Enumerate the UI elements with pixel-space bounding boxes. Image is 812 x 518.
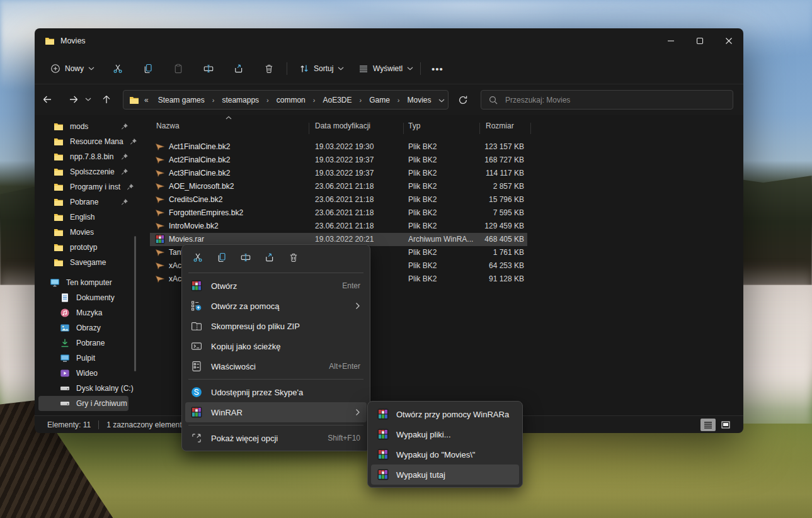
breadcrumb-segment[interactable]: steamapps [217, 93, 263, 108]
sidebar-scrollbar[interactable] [134, 236, 136, 371]
sidebar-item-savegame[interactable]: Savegame [35, 255, 145, 270]
breadcrumb-segment[interactable]: common [272, 93, 310, 108]
cut-icon [113, 64, 123, 74]
search-input[interactable] [504, 95, 726, 105]
submenu-item-open-with-winrar[interactable]: Otwórz przy pomocy WinRARa [371, 404, 519, 424]
music-icon [60, 308, 70, 318]
sort-button[interactable]: Sortuj [294, 60, 349, 77]
breadcrumb-segment[interactable]: Movies [403, 93, 436, 108]
sidebar-item-wideo[interactable]: Wideo [35, 366, 145, 381]
table-row[interactable]: Act2FinalCine.bk2 19.03.2022 19:37 Plik … [145, 154, 743, 167]
file-name: Act1FinalCine.bk2 [169, 142, 230, 151]
sidebar-item-this-pc[interactable]: Ten komputer [35, 275, 145, 290]
sidebar-item-gry-i-archiwum[interactable]: Gry i Archiwum (D [38, 396, 129, 411]
new-button[interactable]: Nowy [45, 60, 100, 77]
column-header-name[interactable]: Nazwa [156, 121, 180, 130]
breadcrumb-segment[interactable]: Steam games [154, 93, 209, 108]
sidebar-item-prototyp[interactable]: prototyp [35, 240, 145, 255]
more-options-button[interactable]: ••• [426, 60, 449, 77]
breadcrumb-segment[interactable]: AoE3DE [318, 93, 356, 108]
main-content: mods Resource Mana npp.7.8.8.bin Spolszc… [35, 115, 743, 415]
submenu-item-label: Wypakuj do "Movies\" [396, 450, 475, 459]
copy-icon [217, 252, 227, 262]
forward-arrow-icon [69, 94, 79, 104]
sidebar-item-pobrane-pinned[interactable]: Pobrane [35, 194, 145, 210]
sidebar-item-muzyka[interactable]: Muzyka [35, 305, 145, 320]
column-divider[interactable] [530, 123, 531, 134]
table-row[interactable]: Act3FinalCine.bk2 19.03.2022 19:37 Plik … [145, 167, 743, 180]
refresh-button[interactable] [452, 90, 474, 110]
back-button[interactable] [37, 89, 57, 110]
sidebar-item-mods[interactable]: mods [35, 119, 145, 134]
breadcrumb-segment[interactable]: Game [365, 93, 394, 108]
submenu-item-extract-to-movies[interactable]: Wypakuj do "Movies\" [371, 444, 519, 465]
up-button[interactable] [96, 89, 117, 110]
file-date: 19.03.2022 19:30 [315, 142, 374, 151]
address-bar[interactable]: « Steam games › steamapps › common › AoE… [123, 90, 449, 110]
submenu-item-extract-here[interactable]: Wypakuj tutaj [371, 465, 519, 485]
delete-button[interactable] [258, 60, 280, 77]
breadcrumb-overflow[interactable]: « [142, 96, 151, 104]
close-button[interactable] [714, 28, 743, 53]
menu-item-open-with[interactable]: Otwórz za pomocą [185, 296, 367, 316]
sidebar-item-obrazy[interactable]: Obrazy [35, 320, 145, 335]
paste-button[interactable] [167, 60, 190, 77]
table-row[interactable]: CreditsCine.bk2 23.06.2021 21:18 Plik BK… [145, 193, 743, 206]
window-tab[interactable]: Movies [45, 28, 86, 53]
table-row[interactable]: Act1FinalCine.bk2 19.03.2022 19:30 Plik … [145, 140, 743, 154]
sidebar-item-dysk-c[interactable]: Dysk lokalny (C:) [35, 381, 145, 396]
recent-locations-button[interactable] [80, 89, 96, 110]
sidebar-item-spolszczenie[interactable]: Spolszczenie [35, 164, 145, 179]
delete-button[interactable] [282, 248, 306, 267]
rename-button[interactable] [234, 248, 258, 267]
view-button[interactable]: Wyświetl [353, 60, 418, 77]
table-row[interactable]: AOE_Microsoft.bk2 23.06.2021 21:18 Plik … [145, 180, 743, 193]
sidebar-item-resource-mana[interactable]: Resource Mana [35, 134, 145, 149]
details-view-button[interactable] [700, 419, 716, 431]
maximize-button[interactable] [685, 28, 714, 53]
menu-item-share-skype[interactable]: Udostępnij przez Skype'a [185, 382, 367, 402]
search-box [481, 90, 733, 110]
sidebar-item-dokumenty[interactable]: Dokumenty [35, 290, 145, 305]
sidebar-item-programy[interactable]: Programy i inst [35, 179, 145, 194]
minimize-button[interactable] [656, 28, 685, 53]
menu-item-properties[interactable]: Właściwości Alt+Enter [185, 356, 367, 376]
address-dropdown-button[interactable] [438, 96, 445, 104]
file-size: 2 857 KB [441, 182, 524, 191]
column-divider[interactable] [479, 123, 480, 134]
chevron-down-icon [438, 99, 445, 103]
cut-button[interactable] [186, 248, 210, 267]
menu-item-open[interactable]: Otwórz Enter [185, 276, 367, 296]
file-explorer-window: Movies Nowy Sortuj Wyświetl [35, 28, 743, 433]
sidebar-item-pobrane[interactable]: Pobrane [35, 335, 145, 351]
column-header-size[interactable]: Rozmiar [486, 121, 514, 130]
sidebar-item-movies[interactable]: Movies [35, 225, 145, 240]
share-button[interactable] [258, 248, 282, 267]
cut-button[interactable] [106, 60, 129, 77]
column-header-type[interactable]: Typ [408, 121, 420, 130]
menu-item-compress-zip[interactable]: Skompresuj do pliku ZIP [185, 316, 367, 336]
submenu-item-extract-files[interactable]: Wypakuj pliki... [371, 424, 519, 444]
rename-icon [241, 252, 251, 262]
column-divider[interactable] [309, 123, 309, 134]
large-icons-view-button[interactable] [718, 419, 733, 431]
rename-button[interactable] [197, 60, 220, 77]
menu-item-winrar[interactable]: WinRAR [185, 402, 367, 422]
sidebar-item-english[interactable]: English [35, 210, 145, 225]
share-button[interactable] [227, 60, 250, 77]
table-row[interactable]: ForgottenEmpires.bk2 23.06.2021 21:18 Pl… [145, 206, 743, 220]
menu-item-label: Właściwości [211, 362, 320, 371]
copy-button[interactable] [210, 248, 234, 267]
refresh-icon [458, 95, 468, 105]
sidebar-item-label: Savegame [70, 258, 106, 267]
sidebar-item-npp[interactable]: npp.7.8.8.bin [35, 149, 145, 164]
table-row[interactable]: IntroMovie.bk2 23.06.2021 21:18 Plik BK2… [145, 220, 743, 233]
sidebar-item-pulpit[interactable]: Pulpit [35, 351, 145, 366]
menu-item-show-more-options[interactable]: Pokaż więcej opcji Shift+F10 [185, 428, 367, 448]
column-divider[interactable] [403, 123, 404, 134]
file-date: 19.03.2022 19:37 [315, 155, 374, 164]
sidebar-item-label: Wideo [76, 369, 98, 378]
menu-item-copy-path[interactable]: Kopiuj jako ścieżkę [185, 336, 367, 356]
copy-button[interactable] [137, 60, 159, 77]
column-header-date[interactable]: Data modyfikacji [315, 121, 370, 130]
